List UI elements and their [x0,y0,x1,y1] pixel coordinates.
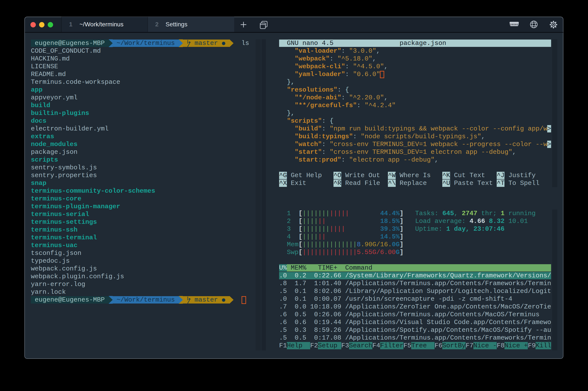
svg-text:IOIOI: IOIOI [510,23,518,26]
